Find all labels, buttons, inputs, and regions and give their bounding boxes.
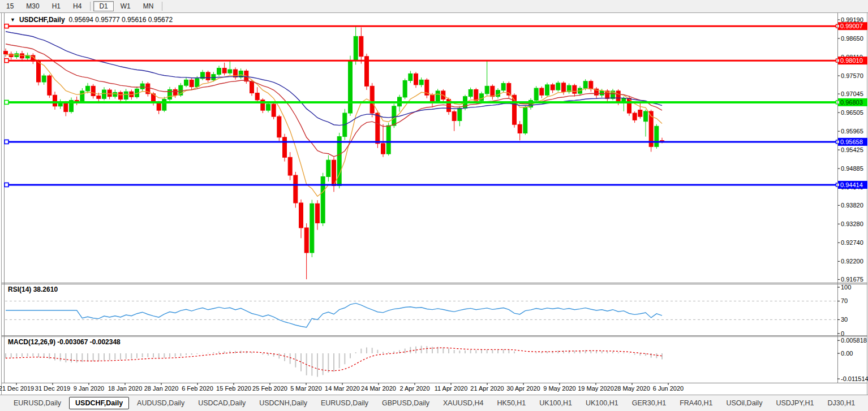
- candle-up: [217, 68, 221, 75]
- chart-tab-eurusd-daily[interactable]: EURUSD,Daily: [8, 397, 67, 409]
- candle-down: [638, 110, 642, 117]
- main-chart[interactable]: 0.991900.986500.981100.975700.970450.965…: [0, 0, 868, 411]
- candle-down: [288, 157, 292, 175]
- candle-up: [337, 137, 341, 186]
- chart-tab-hk50-h1[interactable]: HK50,H1: [492, 397, 532, 409]
- chart-tab-usdcad-daily[interactable]: USDCAD,Daily: [192, 397, 251, 409]
- candle-down: [64, 103, 68, 112]
- timeframe-button-w1[interactable]: W1: [115, 1, 136, 11]
- candle-down: [299, 203, 303, 228]
- candle-down: [250, 81, 254, 93]
- candle-down: [431, 95, 435, 101]
- candle-up: [496, 90, 500, 97]
- price-tick-label: 0.99190: [841, 16, 863, 23]
- candle-up: [485, 86, 489, 93]
- rsi-tick-label: 70: [841, 297, 848, 304]
- candle-up: [403, 81, 407, 97]
- date-tick-label: 9 May 2020: [543, 385, 575, 392]
- chart-title: ▼ USDCHF,Daily 0.95694 0.95777 0.95616 0…: [10, 16, 173, 24]
- level-line-handle[interactable]: [5, 183, 8, 187]
- candle-up: [195, 79, 199, 87]
- price-tick-label: 0.95965: [841, 128, 863, 135]
- candle-down: [551, 85, 555, 90]
- candle-down: [294, 175, 298, 203]
- candle-down: [119, 92, 123, 99]
- svg-text:0.98010: 0.98010: [840, 57, 863, 64]
- price-tick-label: 0.97570: [841, 72, 863, 79]
- level-line-handle[interactable]: [5, 24, 8, 28]
- level-line-handle[interactable]: [5, 59, 8, 63]
- timeframe-button-mn[interactable]: MN: [137, 1, 160, 11]
- candle-down: [53, 95, 57, 106]
- tab-scroll-left-icon[interactable]: ◄: [863, 400, 868, 406]
- level-line-handle[interactable]: [5, 140, 8, 144]
- candle-down: [381, 144, 385, 154]
- candle-up: [644, 111, 648, 122]
- date-tick-label: 31 Dec 2019: [35, 385, 70, 392]
- date-tick-label: 28 Jan 2020: [144, 385, 179, 392]
- chart-tab-xauusd-h4[interactable]: XAUUSD,H4: [437, 397, 489, 409]
- symbol-dropdown-icon[interactable]: ▼: [10, 17, 15, 23]
- candle-up: [392, 106, 396, 126]
- candle-up: [162, 99, 166, 111]
- price-tick-label: 0.97045: [841, 90, 863, 97]
- chart-tab-uk100-h1[interactable]: UK100,H1: [580, 397, 624, 409]
- candle-down: [277, 116, 281, 137]
- timeframe-button-d1[interactable]: D1: [93, 1, 113, 11]
- candle-down: [97, 96, 101, 98]
- candle-down: [222, 68, 226, 73]
- timeframe-button-h1[interactable]: H1: [46, 1, 66, 11]
- candle-down: [540, 88, 544, 95]
- date-tick-label: 9 Jan 2020: [74, 385, 104, 392]
- price-tick-label: 0.98650: [841, 35, 863, 42]
- chart-tab-usdcnh-daily[interactable]: USDCNH,Daily: [253, 397, 313, 409]
- candle-down: [316, 204, 320, 223]
- candle-down: [173, 89, 177, 95]
- candle-down: [304, 228, 308, 253]
- mt4-terminal-window: { "toolbar": { "timeframes": [ {"label":…: [0, 0, 868, 411]
- candle-down: [633, 113, 637, 120]
- chart-tab-usdchf-daily[interactable]: USDCHF,Daily: [69, 397, 129, 409]
- chart-ohlc-values: 0.95694 0.95777 0.95616 0.95672: [69, 16, 173, 24]
- date-tick-label: 6 Feb 2020: [182, 385, 213, 392]
- chart-tab-usdjpy-h1[interactable]: USDJPY,H1: [770, 397, 819, 409]
- candle-down: [573, 85, 577, 93]
- price-tick-label: 0.93280: [841, 220, 863, 227]
- candle-down: [474, 89, 478, 101]
- chart-tab-eurusd-daily[interactable]: EURUSD,Daily: [315, 397, 374, 409]
- candle-up: [184, 80, 188, 85]
- candle-down: [562, 83, 566, 92]
- timeframe-button-h4[interactable]: H4: [67, 1, 87, 11]
- candle-down: [4, 51, 8, 54]
- candle-down: [616, 91, 620, 102]
- candle-down: [75, 100, 79, 101]
- candle-down: [414, 73, 418, 85]
- price-tick-label: 0.92200: [841, 258, 863, 265]
- candle-down: [91, 86, 95, 96]
- chart-tab-gbpusd-daily[interactable]: GBPUSD,Daily: [376, 397, 435, 409]
- macd-tick-label: 0.005818: [841, 337, 867, 344]
- candle-up: [326, 160, 330, 176]
- price-badge-0.94414: 0.94414: [836, 181, 868, 189]
- level-line-handle[interactable]: [5, 100, 8, 104]
- date-tick-label: 19 May 2020: [578, 385, 614, 392]
- candle-up: [267, 104, 270, 110]
- timeframe-button-m30[interactable]: M30: [20, 1, 45, 11]
- date-tick-label: 6 Jun 2020: [653, 385, 684, 392]
- candle-up: [386, 126, 390, 154]
- candle-down: [157, 103, 161, 110]
- chart-tab-usoil-daily[interactable]: USOil,Daily: [720, 397, 768, 409]
- chart-tab-audusd-daily[interactable]: AUDUSD,Daily: [131, 397, 190, 409]
- candle-down: [359, 36, 363, 56]
- chart-tab-ger30-h1[interactable]: GER30,H1: [626, 397, 672, 409]
- chart-tab-uk100-h1[interactable]: UK100,H1: [534, 397, 578, 409]
- date-tick-label: 5 Mar 2020: [290, 385, 322, 392]
- candle-down: [108, 90, 111, 97]
- chart-tab-dj30-h1[interactable]: DJ30,H1: [822, 397, 861, 409]
- timeframe-button-15[interactable]: 15: [1, 1, 19, 11]
- candle-up: [321, 177, 325, 223]
- chart-tab-fra40-h1[interactable]: FRA40,H1: [674, 397, 718, 409]
- date-tick-label: 28 May 2020: [614, 385, 650, 392]
- candle-up: [655, 126, 659, 146]
- candle-up: [436, 91, 440, 101]
